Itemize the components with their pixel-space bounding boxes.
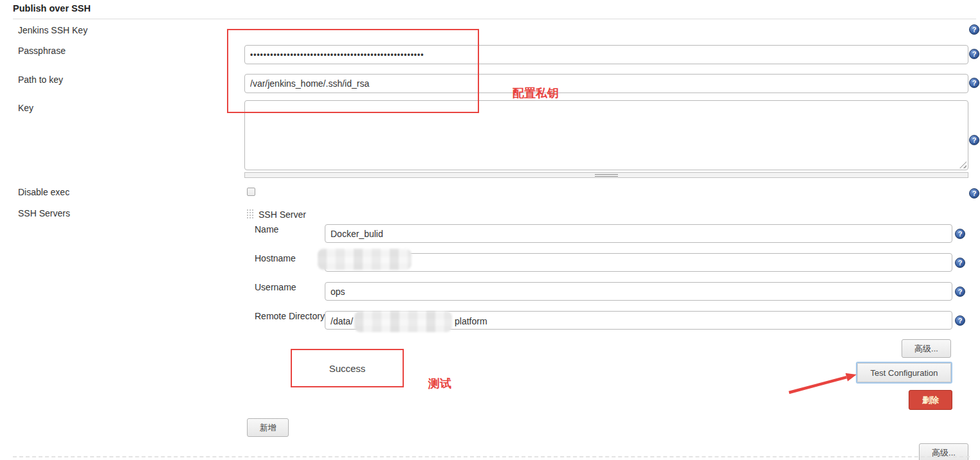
section-dashed-separator [13, 456, 970, 457]
test-configuration-button[interactable]: Test Configuration [856, 362, 952, 384]
ssh-server-section-label: SSH Server [259, 209, 306, 220]
annotation-box-private-key [227, 29, 479, 113]
help-icon-jenkins-ssh-key[interactable]: ? [969, 24, 979, 35]
remote-directory-input[interactable]: /data/platform [325, 311, 952, 330]
header-divider [13, 19, 976, 19]
success-text: Success [329, 363, 366, 374]
username-input[interactable] [325, 282, 952, 301]
remote-directory-suffix: platform [455, 316, 487, 326]
ssh-server-drag-handle-icon[interactable] [246, 209, 255, 220]
jenkins-ssh-key-label: Jenkins SSH Key [18, 25, 87, 35]
key-label: Key [18, 103, 33, 113]
name-label: Name [255, 224, 278, 234]
ssh-servers-label: SSH Servers [18, 208, 70, 218]
annotation-arrow-icon [781, 369, 862, 398]
hostname-redaction-blur [318, 249, 412, 270]
annotation-configure-key: 配置私钥 [513, 85, 559, 101]
help-icon-username[interactable]: ? [955, 287, 965, 297]
disable-exec-label: Disable exec [18, 187, 69, 197]
delete-button[interactable]: 删除 [909, 390, 952, 410]
path-to-key-label: Path to key [18, 75, 63, 85]
hostname-label: Hostname [255, 253, 296, 263]
remote-directory-prefix: /data/ [331, 316, 353, 326]
annotation-test: 测试 [428, 376, 451, 391]
add-button[interactable]: 新增 [247, 418, 289, 437]
drag-lines-icon [595, 174, 618, 177]
passphrase-label: Passphrase [18, 46, 66, 56]
help-icon-path-to-key[interactable]: ? [969, 78, 979, 88]
help-icon-disable-exec[interactable]: ? [969, 188, 979, 199]
advanced-button-bottom[interactable]: 高级... [919, 443, 968, 460]
page-title: Publish over SSH [13, 3, 91, 13]
hostname-input[interactable] [325, 253, 952, 272]
success-result-box: Success [291, 349, 404, 387]
help-icon-name[interactable]: ? [955, 229, 965, 239]
remote-directory-label: Remote Directory [255, 311, 325, 321]
help-icon-key[interactable]: ? [969, 135, 979, 145]
remote-directory-redaction-blur [354, 311, 452, 332]
help-icon-remote-directory[interactable]: ? [955, 315, 965, 326]
advanced-button-server[interactable]: 高级... [902, 339, 951, 358]
help-icon-passphrase[interactable]: ? [969, 49, 979, 59]
name-input[interactable] [325, 224, 952, 243]
textarea-resize-bar[interactable] [244, 172, 968, 178]
publish-over-ssh-config-page: Publish over SSH Jenkins SSH Key Passphr… [0, 0, 980, 460]
disable-exec-checkbox[interactable] [247, 188, 255, 196]
username-label: Username [255, 282, 296, 292]
help-icon-hostname[interactable]: ? [955, 258, 965, 268]
